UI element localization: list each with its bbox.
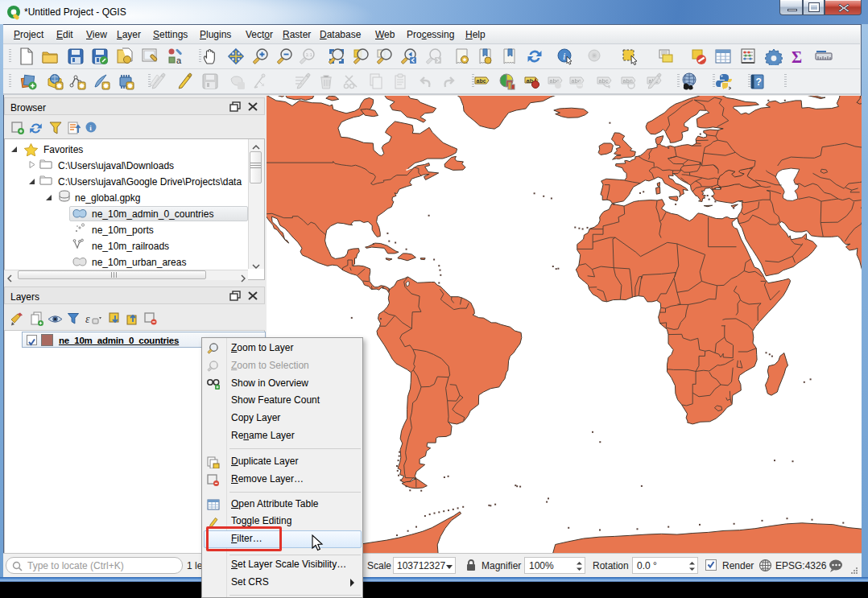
svg-text:Σ: Σ <box>792 48 802 65</box>
svg-text:?: ? <box>756 76 762 88</box>
svg-text:abc: abc <box>477 78 486 84</box>
svg-text:ε: ε <box>85 313 90 325</box>
svg-text:abc: abc <box>623 78 633 84</box>
svg-text:a: a <box>176 56 182 65</box>
svg-text:abc: abc <box>599 78 609 84</box>
svg-text:1:1: 1:1 <box>306 52 313 57</box>
svg-text:i: i <box>563 51 565 62</box>
